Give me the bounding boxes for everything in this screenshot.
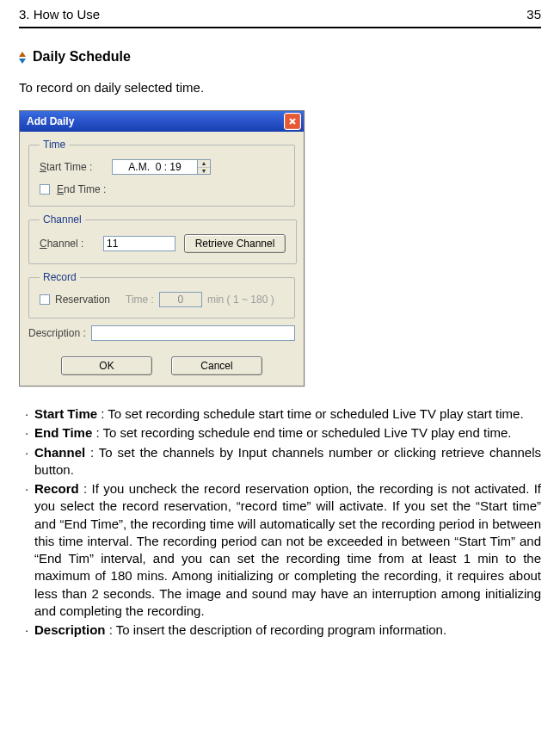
retrieve-channel-button[interactable]: Retrieve Channel bbox=[184, 234, 286, 253]
list-item-text: Start Time : To set recording schedule s… bbox=[34, 405, 541, 423]
record-time-field bbox=[159, 292, 202, 307]
list-item-text: Channel : To set the channels by Input c… bbox=[34, 444, 541, 479]
list-item-body: : To set the channels by Input channels … bbox=[34, 445, 541, 477]
record-time-label: Time : bbox=[126, 294, 154, 306]
add-daily-dialog: Add Daily Time Start Time : ▲ ▼ bbox=[19, 110, 305, 386]
list-item-text: Description : To insert the description … bbox=[34, 621, 541, 639]
record-legend: Record bbox=[40, 271, 80, 283]
list-item: ·Description : To insert the description… bbox=[19, 621, 541, 639]
ok-button[interactable]: OK bbox=[61, 356, 152, 375]
page-header-left: 3. How to Use bbox=[19, 7, 100, 22]
description-label: Description : bbox=[28, 327, 86, 339]
description-field[interactable] bbox=[91, 325, 295, 341]
list-item-term: Channel bbox=[34, 445, 85, 460]
page-number: 35 bbox=[526, 7, 541, 22]
bullet-icon: · bbox=[19, 480, 34, 620]
list-item-term: End Time bbox=[34, 425, 92, 440]
cancel-button[interactable]: Cancel bbox=[171, 356, 262, 375]
list-item: ·Channel : To set the channels by Input … bbox=[19, 444, 541, 479]
list-item-body: : If you uncheck the record reservation … bbox=[34, 481, 541, 618]
channel-group: Channel Channel : Retrieve Channel bbox=[28, 213, 297, 264]
reservation-label: Reservation bbox=[55, 294, 110, 306]
list-item-term: Record bbox=[34, 481, 79, 496]
start-time-spinner[interactable]: ▲ ▼ bbox=[198, 159, 211, 175]
list-item-text: Record : If you uncheck the record reser… bbox=[34, 480, 541, 620]
channel-legend: Channel bbox=[40, 213, 85, 226]
list-item-body: : To set recording schedule end time or … bbox=[92, 425, 511, 440]
list-item-body: : To set recording schedule start time o… bbox=[97, 406, 524, 421]
section-intro: To record on daily selected time. bbox=[19, 80, 541, 95]
close-icon bbox=[288, 117, 297, 126]
definition-list: ·Start Time : To set recording schedule … bbox=[19, 405, 541, 639]
section-title-text: Daily Schedule bbox=[33, 49, 131, 65]
list-item-term: Description bbox=[34, 622, 106, 637]
list-item-body: : To insert the description of recording… bbox=[106, 622, 447, 637]
section-title: Daily Schedule bbox=[19, 49, 541, 65]
end-time-label: End Time : bbox=[57, 183, 106, 195]
bullet-icon: · bbox=[19, 405, 34, 423]
dialog-title: Add Daily bbox=[27, 115, 74, 127]
reservation-checkbox[interactable] bbox=[40, 294, 50, 305]
bullet-icon: · bbox=[19, 424, 34, 442]
bullet-icon: · bbox=[19, 621, 34, 639]
time-group: Time Start Time : ▲ ▼ bbox=[28, 139, 295, 207]
spin-down-icon[interactable]: ▼ bbox=[198, 168, 210, 175]
list-item: ·Start Time : To set recording schedule … bbox=[19, 405, 541, 423]
start-time-label: Start Time : bbox=[40, 161, 112, 173]
list-item-text: End Time : To set recording schedule end… bbox=[34, 424, 541, 442]
spin-up-icon[interactable]: ▲ bbox=[198, 160, 210, 168]
dialog-titlebar[interactable]: Add Daily bbox=[20, 111, 304, 132]
list-item-term: Start Time bbox=[34, 406, 97, 421]
list-item: ·End Time : To set recording schedule en… bbox=[19, 424, 541, 442]
list-item: ·Record : If you uncheck the record rese… bbox=[19, 480, 541, 620]
channel-label: Channel : bbox=[40, 238, 95, 250]
end-time-checkbox[interactable] bbox=[40, 184, 50, 195]
time-legend: Time bbox=[40, 139, 69, 151]
close-button[interactable] bbox=[284, 113, 301, 130]
bullet-icon: · bbox=[19, 444, 34, 479]
arrow-bullet-icon bbox=[19, 52, 28, 62]
start-time-field[interactable] bbox=[112, 159, 198, 175]
channel-field[interactable] bbox=[103, 236, 175, 251]
record-time-suffix: min ( 1 ~ 180 ) bbox=[207, 294, 274, 306]
record-group: Record Reservation Time : min ( 1 ~ 180 … bbox=[28, 271, 295, 318]
